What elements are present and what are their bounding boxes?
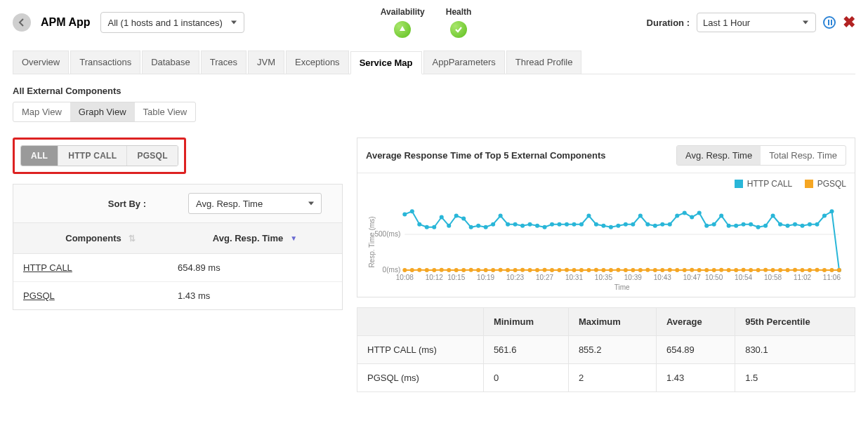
- svg-point-118: [793, 268, 797, 272]
- tab-thread-profile[interactable]: Thread Profile: [506, 51, 582, 74]
- svg-point-22: [528, 222, 532, 227]
- svg-point-44: [690, 215, 694, 220]
- svg-point-66: [410, 268, 414, 272]
- svg-text:10:54: 10:54: [735, 274, 753, 281]
- svg-point-67: [417, 268, 421, 272]
- component-time: 654.89 ms: [178, 262, 332, 273]
- filter-all[interactable]: ALL: [21, 146, 58, 166]
- svg-point-124: [837, 268, 841, 272]
- tab-exceptions[interactable]: Exceptions: [286, 51, 349, 74]
- svg-point-119: [800, 268, 804, 272]
- main-tabs: Overview Transactions Database Traces JV…: [13, 51, 855, 74]
- tab-traces[interactable]: Traces: [201, 51, 246, 74]
- svg-point-101: [668, 268, 672, 272]
- svg-point-20: [513, 222, 518, 227]
- svg-text:10:15: 10:15: [447, 274, 466, 281]
- tab-database[interactable]: Database: [142, 51, 199, 74]
- filter-pgsql[interactable]: PGSQL: [127, 146, 178, 166]
- svg-point-112: [749, 268, 753, 272]
- component-time: 1.43 ms: [178, 290, 332, 301]
- svg-point-100: [660, 268, 664, 272]
- col-components[interactable]: Components ⇅: [23, 233, 178, 243]
- svg-point-49: [727, 224, 731, 228]
- svg-point-114: [763, 268, 768, 272]
- metric-total[interactable]: Total Resp. Time: [761, 146, 846, 165]
- svg-point-106: [704, 268, 709, 272]
- svg-point-54: [763, 224, 768, 228]
- col-avg-resp-time[interactable]: Avg. Resp. Time ▼: [178, 233, 332, 243]
- svg-point-9: [432, 225, 436, 229]
- tab-transactions[interactable]: Transactions: [70, 51, 140, 74]
- svg-point-95: [624, 268, 628, 272]
- metric-avg[interactable]: Avg. Resp. Time: [677, 146, 761, 165]
- svg-text:0(ms): 0(ms): [383, 266, 401, 274]
- tab-jvm[interactable]: JVM: [248, 51, 284, 74]
- tab-service-map[interactable]: Service Map: [350, 51, 422, 74]
- svg-point-74: [469, 268, 473, 272]
- svg-point-69: [432, 268, 436, 272]
- stats-h-p95[interactable]: 95th Percentile: [735, 308, 855, 336]
- svg-point-6: [410, 209, 414, 213]
- svg-point-75: [476, 268, 480, 272]
- stats-h-min[interactable]: Minimum: [483, 308, 568, 336]
- svg-point-83: [535, 268, 539, 272]
- filter-http-call[interactable]: HTTP CALL: [58, 146, 127, 166]
- back-button[interactable]: [13, 13, 31, 32]
- stats-h-blank: [357, 308, 484, 336]
- tab-app-parameters[interactable]: AppParameters: [423, 51, 505, 74]
- svg-point-85: [550, 268, 554, 272]
- table-row: PGSQL 1.43 ms: [13, 282, 342, 309]
- close-button[interactable]: ✖: [843, 15, 855, 30]
- component-link-pgsql[interactable]: PGSQL: [23, 290, 55, 301]
- duration-value: Last 1 Hour: [703, 18, 750, 28]
- svg-point-33: [609, 225, 613, 229]
- svg-text:10:31: 10:31: [565, 274, 584, 281]
- host-instances-value: All (1 hosts and 1 instances): [108, 18, 223, 28]
- stats-h-avg[interactable]: Average: [656, 308, 735, 336]
- svg-point-48: [719, 213, 723, 217]
- svg-point-60: [808, 222, 812, 227]
- stats-row: PGSQL (ms) 0 2 1.43 1.5: [357, 364, 855, 392]
- host-instances-select[interactable]: All (1 hosts and 1 instances): [100, 12, 244, 33]
- svg-text:10:58: 10:58: [764, 274, 782, 281]
- svg-point-110: [734, 268, 738, 272]
- svg-text:10:08: 10:08: [396, 274, 414, 281]
- svg-point-51: [742, 222, 746, 227]
- svg-point-32: [601, 224, 605, 228]
- duration-select[interactable]: Last 1 Hour: [697, 13, 816, 32]
- svg-point-47: [712, 222, 716, 227]
- svg-text:11:06: 11:06: [823, 274, 841, 281]
- view-table[interactable]: Table View: [135, 102, 196, 121]
- svg-point-93: [609, 268, 613, 272]
- tab-overview[interactable]: Overview: [13, 51, 69, 74]
- component-link-http[interactable]: HTTP CALL: [23, 262, 72, 273]
- svg-point-99: [653, 268, 657, 272]
- svg-point-61: [815, 222, 819, 227]
- component-filter: ALL HTTP CALL PGSQL: [20, 145, 178, 166]
- svg-point-25: [550, 222, 554, 227]
- svg-point-55: [771, 213, 775, 217]
- svg-point-88: [572, 268, 576, 272]
- chart-legend: HTTP CALL PGSQL: [357, 173, 855, 190]
- svg-point-120: [808, 268, 812, 272]
- svg-text:10:12: 10:12: [426, 274, 444, 281]
- stats-h-max[interactable]: Maximum: [568, 308, 656, 336]
- svg-point-56: [778, 222, 782, 227]
- svg-point-52: [749, 222, 753, 227]
- svg-point-82: [528, 268, 532, 272]
- view-graph[interactable]: Graph View: [70, 102, 135, 121]
- sort-by-select[interactable]: Avg. Resp. Time: [188, 193, 322, 214]
- stats-table: Minimum Maximum Average 95th Percentile …: [357, 307, 855, 392]
- health-label: Health: [446, 7, 472, 17]
- pause-refresh-button[interactable]: [823, 16, 836, 29]
- view-map[interactable]: Map View: [13, 102, 70, 121]
- svg-point-18: [499, 213, 503, 217]
- svg-point-68: [425, 268, 429, 272]
- svg-point-19: [506, 222, 510, 227]
- svg-point-96: [631, 268, 635, 272]
- svg-point-23: [535, 224, 539, 228]
- svg-point-123: [829, 268, 834, 272]
- svg-point-71: [447, 268, 451, 272]
- svg-point-65: [402, 268, 407, 272]
- table-row: HTTP CALL 654.89 ms: [13, 254, 342, 282]
